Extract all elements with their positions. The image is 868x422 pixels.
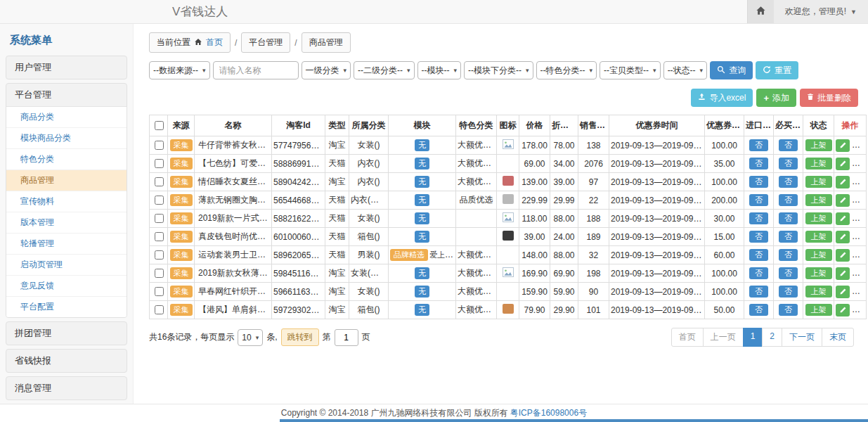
data-source-select[interactable]: --数据来源--▾ xyxy=(149,61,210,79)
status-button[interactable]: 上架 xyxy=(805,176,832,188)
imported-toggle[interactable]: 否 xyxy=(749,249,768,261)
must-buy-toggle[interactable]: 否 xyxy=(779,231,798,243)
row-checkbox[interactable] xyxy=(155,287,164,296)
must-buy-toggle[interactable]: 否 xyxy=(779,194,798,206)
breadcrumb-section[interactable]: 平台管理 xyxy=(241,32,290,53)
row-checkbox[interactable] xyxy=(155,269,164,278)
module-badge[interactable]: 无 xyxy=(415,212,429,224)
sidebar-item-goods-category[interactable]: 商品分类 xyxy=(6,107,127,128)
page-button-4[interactable]: 下一页 xyxy=(782,328,822,347)
product-name-input[interactable] xyxy=(213,61,299,79)
edit-button[interactable] xyxy=(836,304,850,316)
module-badge[interactable]: 品牌精选 xyxy=(390,249,428,261)
row-checkbox[interactable] xyxy=(155,177,164,186)
status-select[interactable]: --状态--▾ xyxy=(663,61,708,79)
module-badge[interactable]: 无 xyxy=(415,267,429,279)
sidebar-item-feature-category[interactable]: 特色分类 xyxy=(6,149,127,170)
icp-link[interactable]: 粤ICP备16098006号 xyxy=(510,407,587,419)
level1-category-select[interactable]: 一级分类▾ xyxy=(302,61,351,79)
sidebar-item-groupbuy-management[interactable]: 拼团管理 xyxy=(6,322,127,345)
page-button-0[interactable]: 首页 xyxy=(671,328,704,347)
sidebar-item-module-goods-category[interactable]: 模块商品分类 xyxy=(6,128,127,149)
module-badge[interactable]: 无 xyxy=(415,231,429,243)
must-buy-toggle[interactable]: 否 xyxy=(779,158,798,170)
batch-delete-button[interactable]: 批量删除 xyxy=(800,89,858,107)
import-excel-button[interactable]: 导入excel xyxy=(691,89,753,107)
row-checkbox[interactable] xyxy=(155,196,164,205)
reset-button[interactable]: 重置 xyxy=(756,61,798,79)
sidebar-item-platform-config[interactable]: 平台配置 xyxy=(6,297,127,317)
sidebar-item-saving-express[interactable]: 省钱快报 xyxy=(6,350,127,372)
page-size-select[interactable]: 10 ▾ xyxy=(238,329,263,346)
status-button[interactable]: 上架 xyxy=(805,286,832,298)
row-checkbox[interactable] xyxy=(155,214,164,223)
edit-button[interactable] xyxy=(836,158,850,170)
row-checkbox[interactable] xyxy=(155,159,164,168)
edit-button[interactable] xyxy=(836,212,850,225)
must-buy-toggle[interactable]: 否 xyxy=(779,304,798,316)
status-button[interactable]: 上架 xyxy=(805,212,832,224)
row-checkbox[interactable] xyxy=(155,250,164,260)
home-button[interactable] xyxy=(747,0,774,23)
page-button-1[interactable]: 上一页 xyxy=(703,328,744,347)
imported-toggle[interactable]: 否 xyxy=(749,231,768,243)
sidebar-item-version-management[interactable]: 版本管理 xyxy=(6,212,127,234)
edit-button[interactable] xyxy=(836,194,850,207)
row-checkbox[interactable] xyxy=(155,141,164,150)
user-menu[interactable]: 欢迎您，管理员! ▼ xyxy=(774,0,868,23)
page-button-3[interactable]: 2 xyxy=(762,328,782,347)
item-type-select[interactable]: --宝贝类型--▾ xyxy=(600,61,661,79)
must-buy-toggle[interactable]: 否 xyxy=(779,286,798,298)
edit-button[interactable] xyxy=(836,249,850,262)
status-button[interactable]: 上架 xyxy=(805,158,832,170)
sidebar-item-splash-page-management[interactable]: 启动页管理 xyxy=(6,255,127,276)
status-button[interactable]: 上架 xyxy=(805,267,832,279)
module-badge[interactable]: 无 xyxy=(415,194,429,206)
module-badge[interactable]: 无 xyxy=(415,158,429,170)
status-button[interactable]: 上架 xyxy=(805,249,832,261)
edit-button[interactable] xyxy=(836,139,850,152)
must-buy-toggle[interactable]: 否 xyxy=(779,249,798,261)
horizontal-scrollbar[interactable] xyxy=(280,419,868,422)
sidebar-item-carousel-management[interactable]: 轮播管理 xyxy=(6,234,127,255)
select-all-checkbox[interactable] xyxy=(155,121,164,130)
level2-category-select[interactable]: --二级分类--▾ xyxy=(354,61,415,79)
module-badge[interactable]: 无 xyxy=(415,286,429,298)
breadcrumb-home-link[interactable]: 首页 xyxy=(206,37,223,49)
imported-toggle[interactable]: 否 xyxy=(749,267,768,279)
must-buy-toggle[interactable]: 否 xyxy=(779,267,798,279)
imported-toggle[interactable]: 否 xyxy=(749,212,768,224)
imported-toggle[interactable]: 否 xyxy=(749,176,768,188)
imported-toggle[interactable]: 否 xyxy=(749,194,768,206)
imported-toggle[interactable]: 否 xyxy=(749,286,768,298)
status-button[interactable]: 上架 xyxy=(805,139,832,151)
jump-button[interactable]: 跳转到 xyxy=(281,328,319,346)
page-button-2[interactable]: 1 xyxy=(743,328,763,347)
module-badge[interactable]: 无 xyxy=(415,176,429,188)
module-sub-category-select[interactable]: --模块下分类--▾ xyxy=(464,61,533,79)
page-button-5[interactable]: 末页 xyxy=(822,328,854,347)
feature-category-select[interactable]: --特色分类--▾ xyxy=(536,61,597,79)
status-button[interactable]: 上架 xyxy=(805,194,832,206)
module-badge[interactable]: 无 xyxy=(415,304,429,316)
must-buy-toggle[interactable]: 否 xyxy=(779,139,798,151)
row-checkbox[interactable] xyxy=(155,305,164,314)
status-button[interactable]: 上架 xyxy=(805,304,832,316)
sidebar-item-user-management[interactable]: 用户管理 xyxy=(6,56,127,79)
search-button[interactable]: 查询 xyxy=(710,61,753,79)
must-buy-toggle[interactable]: 否 xyxy=(779,176,798,188)
jump-page-input[interactable] xyxy=(335,329,358,346)
edit-button[interactable] xyxy=(836,231,850,243)
sidebar-item-feedback[interactable]: 意见反馈 xyxy=(6,276,127,297)
edit-button[interactable] xyxy=(836,286,850,298)
edit-button[interactable] xyxy=(836,267,850,280)
module-badge[interactable]: 无 xyxy=(415,139,429,151)
imported-toggle[interactable]: 否 xyxy=(749,139,768,151)
imported-toggle[interactable]: 否 xyxy=(749,304,768,316)
sidebar-item-platform-management[interactable]: 平台管理 xyxy=(6,84,127,106)
module-select[interactable]: --模块--▾ xyxy=(417,61,462,79)
status-button[interactable]: 上架 xyxy=(805,231,832,243)
imported-toggle[interactable]: 否 xyxy=(749,158,768,170)
sidebar-item-message-management[interactable]: 消息管理 xyxy=(6,377,127,399)
edit-button[interactable] xyxy=(836,176,850,188)
